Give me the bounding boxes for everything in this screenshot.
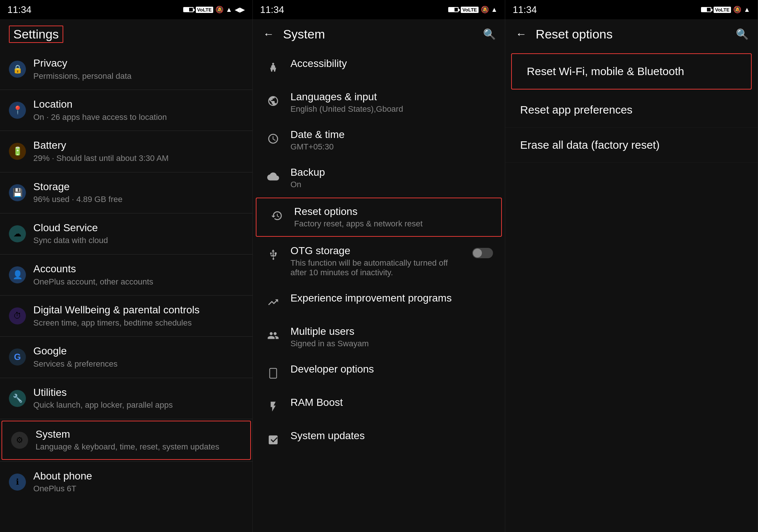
system-item-backup[interactable]: Backup On: [253, 159, 505, 197]
google-subtitle: Services & preferences: [33, 359, 244, 370]
settings-item-cloud[interactable]: ☁ Cloud Service Sync data with cloud: [0, 215, 252, 253]
reset-options-subtitle: Factory reset, apps & network reset: [294, 219, 490, 229]
signal-icon-2: ▲: [491, 6, 498, 14]
wellbeing-title: Digital Wellbeing & parental controls: [33, 304, 244, 316]
reset-panel: 11:34 VoLTE 🔕 ▲ ← Reset options 🔍 Reset …: [505, 0, 758, 532]
accessibility-icon: [265, 59, 282, 76]
status-bar-2: 11:34 VoLTE 🔕 ▲: [253, 0, 505, 19]
volte-badge-3: VoLTE: [714, 7, 731, 13]
system-item-otg[interactable]: OTG storage This function will be automa…: [253, 238, 505, 285]
system-panel: 11:34 VoLTE 🔕 ▲ ← System 🔍 Accessibility: [253, 0, 506, 532]
accounts-subtitle: OnePlus account, other accounts: [33, 277, 244, 287]
users-subtitle: Signed in as Swayam: [291, 339, 493, 349]
volte-badge-2: VoLTE: [461, 7, 478, 13]
datetime-icon: [265, 130, 282, 147]
reset-back-button[interactable]: ←: [514, 26, 528, 42]
mute-icon-3: 🔕: [733, 6, 741, 14]
settings-item-google[interactable]: G Google Services & preferences: [0, 338, 252, 376]
status-icons-3: VoLTE 🔕 ▲: [701, 6, 750, 14]
system-header: ← System 🔍: [253, 19, 505, 49]
system-item-sysupdates[interactable]: System updates: [253, 422, 505, 456]
otg-subtitle: This function will be automatically turn…: [291, 258, 464, 277]
backup-title: Backup: [291, 166, 493, 178]
battery-icon-1: [183, 7, 194, 12]
settings-item-battery[interactable]: 🔋 Battery 29% · Should last until about …: [0, 132, 252, 170]
system-item-ramboost[interactable]: RAM Boost: [253, 389, 505, 422]
signal-icon-1: ▲: [226, 6, 232, 14]
settings-list: 🔒 Privacy Permissions, personal data 📍 L…: [0, 49, 252, 532]
factory-reset-item[interactable]: Erase all data (factory reset): [505, 128, 758, 163]
system-item-datetime[interactable]: Date & time GMT+05:30: [253, 121, 505, 159]
settings-item-location[interactable]: 📍 Location On · 26 apps have access to l…: [0, 91, 252, 129]
datetime-title: Date & time: [291, 129, 493, 141]
google-title: Google: [33, 345, 244, 357]
system-subtitle: Language & keyboard, time, reset, system…: [36, 442, 241, 452]
about-title: About phone: [33, 470, 244, 482]
system-list: Accessibility Languages & input English …: [253, 49, 505, 532]
settings-panel: 11:34 VoLTE 🔕 ▲ ◀▶ Settings 🔒 Privacy Pe…: [0, 0, 253, 532]
experience-icon: [265, 294, 282, 311]
reset-wifi-item[interactable]: Reset Wi-Fi, mobile & Bluetooth: [511, 53, 752, 90]
system-page-title: System: [283, 27, 476, 41]
page-title-settings: Settings: [9, 26, 63, 43]
reset-app-prefs-title: Reset app preferences: [520, 104, 743, 116]
system-item-languages[interactable]: Languages & input English (United States…: [253, 84, 505, 121]
system-item-developer[interactable]: Developer options: [253, 356, 505, 389]
privacy-title: Privacy: [33, 57, 244, 70]
system-search-button[interactable]: 🔍: [483, 28, 496, 40]
reset-search-button[interactable]: 🔍: [736, 28, 749, 40]
battery-icon-2: [448, 7, 459, 12]
developer-title: Developer options: [291, 363, 493, 375]
sysupdates-title: System updates: [291, 430, 493, 442]
ramboost-title: RAM Boost: [291, 397, 493, 408]
system-icon: ⚙: [11, 432, 28, 449]
reset-app-prefs-item[interactable]: Reset app preferences: [505, 92, 758, 128]
battery-icon-3: [701, 7, 711, 12]
status-icons-2: VoLTE 🔕 ▲: [448, 6, 497, 14]
languages-icon: [265, 92, 282, 110]
otg-toggle[interactable]: [472, 248, 493, 258]
system-item-accessibility[interactable]: Accessibility: [253, 50, 505, 84]
settings-item-wellbeing[interactable]: ⏱ Digital Wellbeing & parental controls …: [0, 297, 252, 335]
about-subtitle: OnePlus 6T: [33, 484, 244, 494]
reset-options-title: Reset options: [294, 206, 490, 218]
datetime-subtitle: GMT+05:30: [291, 142, 493, 152]
accounts-icon: 👤: [9, 266, 26, 283]
svg-rect-1: [269, 368, 276, 378]
developer-icon: [265, 365, 282, 382]
status-time-3: 11:34: [513, 4, 537, 16]
privacy-icon: 🔒: [9, 61, 26, 78]
factory-reset-title: Erase all data (factory reset): [520, 139, 743, 151]
languages-title: Languages & input: [291, 91, 493, 103]
status-time-2: 11:34: [260, 4, 284, 16]
reset-header: ← Reset options 🔍: [505, 19, 758, 49]
storage-icon: 💾: [9, 184, 26, 201]
about-icon: ℹ: [9, 474, 26, 491]
signal-icon-3: ▲: [744, 6, 750, 14]
settings-header: Settings: [0, 19, 252, 49]
wellbeing-icon: ⏱: [9, 307, 26, 324]
system-back-button[interactable]: ←: [262, 26, 276, 42]
settings-item-accounts[interactable]: 👤 Accounts OnePlus account, other accoun…: [0, 256, 252, 294]
settings-item-about[interactable]: ℹ About phone OnePlus 6T: [0, 463, 252, 501]
settings-item-utilities[interactable]: 🔧 Utilities Quick launch, app locker, pa…: [0, 380, 252, 417]
cloud-subtitle: Sync data with cloud: [33, 235, 244, 246]
settings-item-storage[interactable]: 💾 Storage 96% used · 4.89 GB free: [0, 174, 252, 212]
settings-item-system[interactable]: ⚙ System Language & keyboard, time, rese…: [1, 421, 251, 460]
reset-wifi-title: Reset Wi-Fi, mobile & Bluetooth: [527, 65, 736, 78]
system-item-reset[interactable]: Reset options Factory reset, apps & netw…: [256, 198, 502, 237]
reset-list: Reset Wi-Fi, mobile & Bluetooth Reset ap…: [505, 49, 758, 532]
system-item-users[interactable]: Multiple users Signed in as Swayam: [253, 318, 505, 356]
storage-title: Storage: [33, 181, 244, 193]
location-subtitle: On · 26 apps have access to location: [33, 112, 244, 123]
settings-item-privacy[interactable]: 🔒 Privacy Permissions, personal data: [0, 50, 252, 88]
ramboost-icon: [265, 398, 282, 415]
cloud-icon: ☁: [9, 225, 26, 242]
utilities-title: Utilities: [33, 386, 244, 399]
users-icon: [265, 327, 282, 344]
system-item-experience[interactable]: Experience improvement programs: [253, 285, 505, 318]
battery-item-icon: 🔋: [9, 143, 26, 160]
volte-badge-1: VoLTE: [196, 7, 213, 13]
status-bar-1: 11:34 VoLTE 🔕 ▲ ◀▶: [0, 0, 252, 19]
status-time-1: 11:34: [7, 4, 31, 16]
